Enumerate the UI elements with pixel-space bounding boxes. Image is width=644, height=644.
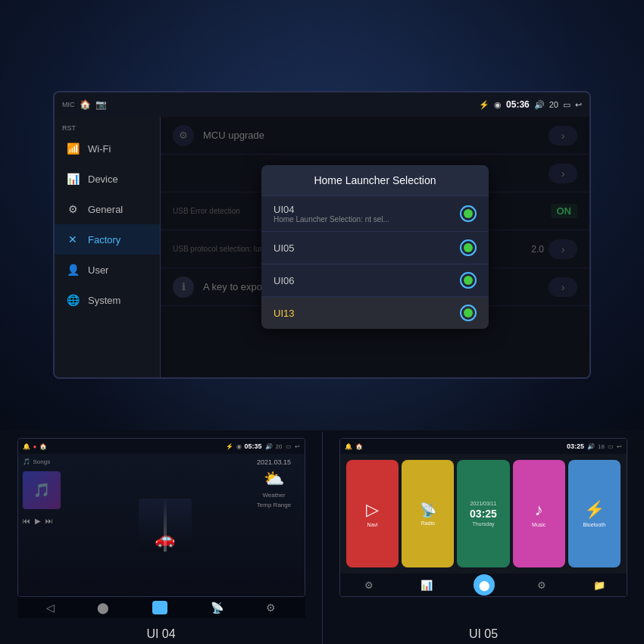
app-bluetooth[interactable]: ⚡ Bluetooth xyxy=(568,460,621,567)
nav-apps-icon[interactable]: ⊞ xyxy=(152,601,167,614)
bluetooth-label: Bluetooth xyxy=(583,522,606,527)
status-right: ⚡ ◉ 05:36 🔊 20 ▭ ↩ xyxy=(479,99,582,110)
clock-time: 03:25 xyxy=(470,508,497,519)
ui05-container: 🔔 🏠 03:25 🔊 18 ▭ ↩ ▷ Navi xyxy=(322,432,644,644)
weather-icon: ⛅ xyxy=(264,469,284,489)
music-controls: ⏮ ▶ ⏭ xyxy=(23,517,82,525)
ui04-sub: Home Launcher Selection: nt sel... xyxy=(274,215,451,224)
temp-label: Temp Range xyxy=(257,502,291,508)
dialog-option-ui13[interactable]: UI13 xyxy=(261,297,489,329)
ui04-content: 🎵 Songs 🎵 ⏮ ▶ ⏭ xyxy=(18,454,305,596)
device-icon: 📊 xyxy=(65,171,80,186)
prev-btn[interactable]: ⏮ xyxy=(23,517,30,525)
home-icon: 🏠 xyxy=(80,99,91,110)
dialog-option-ui05[interactable]: UI05 xyxy=(261,232,489,264)
sidebar-item-factory[interactable]: ✕ Factory xyxy=(55,224,160,255)
weather-label: Weather xyxy=(262,492,285,499)
ui04-screen: 🔔 ● 🏠 ⚡ ◉ 05:35 🔊 20 ▭ ↩ 🎵 xyxy=(17,438,305,597)
wifi-label: Wi-Fi xyxy=(88,143,111,155)
sidebar-item-user[interactable]: 👤 User xyxy=(55,255,160,285)
sidebar-item-wifi[interactable]: 📶 Wi-Fi xyxy=(55,133,160,164)
ui05-home-icon[interactable]: ⬤ xyxy=(474,574,495,596)
content-area: RST 📶 Wi-Fi 📊 Device ⚙ General ✕ Factory… xyxy=(55,117,589,377)
volume-icon: 🔊 xyxy=(534,100,545,110)
navi-label: Navi xyxy=(367,522,378,527)
ui05-chart-icon[interactable]: 📊 xyxy=(416,574,437,596)
app-clock[interactable]: 2021/03/11 03:25 Thursday xyxy=(457,460,509,567)
ui05-option-label: UI05 xyxy=(274,242,451,254)
bt-icon: ⚡ xyxy=(479,100,489,110)
status-bar: MIC 🏠 📷 ⚡ ◉ 05:36 🔊 20 ▭ ↩ xyxy=(55,92,589,117)
factory-label: Factory xyxy=(88,234,120,245)
general-label: General xyxy=(88,204,123,215)
next-btn[interactable]: ⏭ xyxy=(45,517,53,525)
wrench-icon: ✕ xyxy=(65,232,80,247)
ui13-radio[interactable] xyxy=(460,305,477,321)
user-label: User xyxy=(88,264,108,276)
ui13-option-label: UI13 xyxy=(274,308,451,319)
mic-label: MIC xyxy=(62,101,75,108)
nav-signal-icon[interactable]: 📡 xyxy=(211,602,224,614)
launcher-dialog: Home Launcher Selection UI04 Home Launch… xyxy=(261,165,489,329)
app-music[interactable]: ♪ Music xyxy=(513,460,565,567)
rst-label: RST xyxy=(55,123,160,133)
dialog-option-ui04[interactable]: UI04 Home Launcher Selection: nt sel... xyxy=(261,196,489,232)
settings-main: ⚙ MCU upgrade › › USB Error detection ON… xyxy=(161,117,589,377)
battery-icon: ▭ xyxy=(563,100,571,110)
status-time: 05:36 xyxy=(506,99,530,110)
device-label: Device xyxy=(88,174,118,185)
sidebar-item-system[interactable]: 🌐 System xyxy=(55,285,160,315)
ui04-option-label: UI04 Home Launcher Selection: nt sel... xyxy=(274,204,451,224)
date-display: 2021.03.15 xyxy=(257,458,291,466)
system-label: System xyxy=(88,295,120,306)
wifi-icon: 📶 xyxy=(65,141,80,156)
ui04-container: 🔔 ● 🏠 ⚡ ◉ 05:35 🔊 20 ▭ ↩ 🎵 xyxy=(0,432,322,644)
play-btn[interactable]: ▶ xyxy=(35,517,41,525)
album-art: 🎵 xyxy=(23,471,61,509)
status-left: MIC 🏠 📷 xyxy=(62,99,107,110)
user-icon: 👤 xyxy=(65,262,80,277)
ui06-radio[interactable] xyxy=(460,272,477,289)
dialog-title: Home Launcher Selection xyxy=(261,165,489,196)
ui04-center: 🚗 xyxy=(86,454,244,596)
ui05-gear-icon[interactable]: ⚙ xyxy=(531,574,552,596)
ui04-navbar: ◁ ⬤ ⊞ 📡 ⚙ xyxy=(17,597,305,618)
app-radio[interactable]: 📡 Radio xyxy=(402,460,454,567)
dialog-option-ui06[interactable]: UI06 xyxy=(261,264,489,297)
ui04-left: 🎵 Songs 🎵 ⏮ ▶ ⏭ xyxy=(18,454,86,596)
ui05-navbar: ⚙ 📊 ⬤ ⚙ 📁 xyxy=(340,574,627,596)
volume-level: 20 xyxy=(549,100,558,109)
ui04-label: UI 04 xyxy=(146,627,175,641)
bottom-screens: 🔔 ● 🏠 ⚡ ◉ 05:35 🔊 20 ▭ ↩ 🎵 xyxy=(0,432,644,644)
sidebar-item-general[interactable]: ⚙ General xyxy=(55,194,160,224)
wifi-icon: ◉ xyxy=(494,100,502,110)
sidebar: RST 📶 Wi-Fi 📊 Device ⚙ General ✕ Factory… xyxy=(55,117,161,377)
back-icon: ↩ xyxy=(575,100,582,110)
ui05-content: ▷ Navi 📡 Radio 2021/03/11 03:25 Thursday xyxy=(340,454,627,574)
app-grid: ▷ Navi 📡 Radio 2021/03/11 03:25 Thursday xyxy=(346,460,621,567)
globe-icon: 🌐 xyxy=(65,292,80,308)
ui05-label: UI 05 xyxy=(469,627,498,641)
music-label: Music xyxy=(532,522,546,527)
ui05-radio[interactable] xyxy=(460,239,477,256)
sidebar-item-device[interactable]: 📊 Device xyxy=(55,164,160,194)
clock-day: Thursday xyxy=(472,521,494,527)
ui06-option-label: UI06 xyxy=(274,275,451,286)
main-screen: MIC 🏠 📷 ⚡ ◉ 05:36 🔊 20 ▭ ↩ RST 📶 Wi-Fi � xyxy=(53,91,591,379)
ui05-folder-icon[interactable]: 📁 xyxy=(589,574,610,596)
ui04-right: 2021.03.15 ⛅ Weather Temp Range xyxy=(244,454,305,596)
dialog-overlay[interactable]: Home Launcher Selection UI04 Home Launch… xyxy=(161,117,589,377)
ui05-statusbar: 🔔 🏠 03:25 🔊 18 ▭ ↩ xyxy=(340,439,627,454)
camera-icon: 📷 xyxy=(95,99,107,110)
nav-settings-icon[interactable]: ⚙ xyxy=(266,602,276,614)
ui05-screen: 🔔 🏠 03:25 🔊 18 ▭ ↩ ▷ Navi xyxy=(339,438,627,597)
ui05-settings-icon[interactable]: ⚙ xyxy=(358,574,380,596)
gear-icon: ⚙ xyxy=(65,202,80,217)
app-navi[interactable]: ▷ Navi xyxy=(346,460,399,567)
ui04-statusbar: 🔔 ● 🏠 ⚡ ◉ 05:35 🔊 20 ▭ ↩ xyxy=(18,439,305,454)
radio-label: Radio xyxy=(421,521,435,526)
nav-back-icon[interactable]: ◁ xyxy=(46,602,55,614)
nav-home-icon[interactable]: ⬤ xyxy=(97,602,109,614)
ui04-radio[interactable] xyxy=(460,205,477,222)
music-songs-label: 🎵 Songs xyxy=(23,458,82,465)
